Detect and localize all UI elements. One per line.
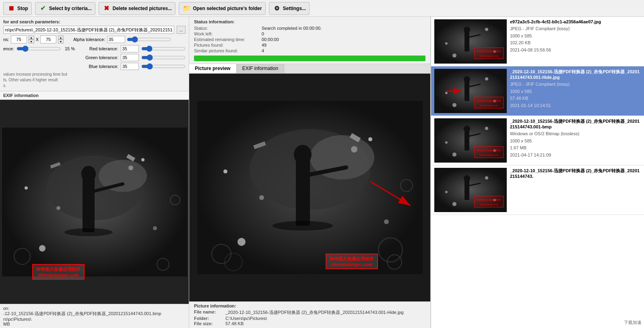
tolerance-slider[interactable] (17, 46, 61, 52)
select-icon: ✔ (39, 4, 47, 13)
svg-text:神奇图片批量处理软件: 神奇图片批量处理软件 (477, 100, 501, 102)
dims-label: ns: (3, 37, 9, 42)
status-key-status: Status: (194, 26, 258, 31)
watermark-line1: 神奇图片批量处理软件 (36, 266, 80, 272)
left-fileinfo-line4: MB (3, 322, 186, 326)
result-filename: _2020-12-10_152156-迅捷PDF转换器 (2)_赤兔PDF转换器… (510, 118, 641, 129)
alpha-slider[interactable] (127, 37, 171, 42)
path-input[interactable] (3, 26, 174, 34)
dim-x-down[interactable]: ▼ (29, 39, 34, 43)
left-image-container: 神奇图片批量处理软件 shenqixiangsc.com (0, 100, 189, 304)
stop-button[interactable]: ⏹ Stop (3, 2, 32, 15)
dim-y-down[interactable]: ▼ (58, 39, 64, 43)
blue-slider[interactable] (141, 64, 186, 69)
open-folder-button[interactable]: 📁 Open selected picture's folder (179, 2, 266, 15)
svg-point-80 (445, 191, 448, 193)
tolerance-row: ence: 15 % Red tolerance: (3, 45, 186, 52)
dim-x-spinner[interactable]: ▲ ▼ (29, 35, 34, 43)
red-slider[interactable] (141, 46, 186, 52)
svg-point-77 (464, 175, 470, 182)
result-info: _2020-12-10_152156-迅捷PDF转换器 (2)_赤兔PDF转换器… (510, 168, 641, 212)
svg-rect-76 (464, 180, 469, 200)
svg-point-47 (452, 54, 456, 58)
status-panel: Status information: Status: Search compl… (189, 17, 430, 64)
results-panel: 神奇图片批量处理软件shenqixiangsc.come972a3c5-2cfb… (431, 17, 644, 328)
svg-point-58 (452, 103, 456, 107)
center-tabs: Picture preview EXIF information (189, 64, 430, 74)
svg-point-32 (272, 221, 333, 231)
svg-point-27 (237, 238, 246, 246)
size-label: File size: (194, 321, 222, 326)
dim-x-up[interactable]: ▲ (29, 35, 34, 39)
search-params-title: for and search parameters: (3, 19, 186, 24)
svg-point-68 (485, 127, 488, 130)
settings-icon: ⚙ (272, 4, 281, 13)
dim-y-up[interactable]: ▲ (58, 35, 64, 39)
svg-point-82 (452, 202, 456, 206)
center-image-container: 神奇图片批量处理软件 shenqixiangsc.com (189, 74, 430, 301)
dim-x-input[interactable] (11, 35, 27, 43)
result-item[interactable]: 神奇图片批量处理软件shenqixiangsc.com_2020-12-10_1… (431, 116, 644, 165)
tab-preview[interactable]: Picture preview (189, 64, 237, 73)
delete-selected-button[interactable]: ✖ Delete selected pictures... (99, 2, 175, 15)
toolbar: ⏹ Stop ✔ Select by criteria... ✖ Delete … (0, 0, 644, 17)
result-filename: _2020-12-10_152156-迅捷PDF转换器 (2)_赤兔PDF转换器… (510, 69, 641, 80)
result-info: _2020-12-10_152156-迅捷PDF转换器 (2)_赤兔PDF转换器… (510, 118, 641, 163)
exif-section: EXIF information (0, 91, 189, 100)
svg-text:shenqixiangsc.com: shenqixiangsc.com (480, 203, 499, 206)
status-val-status: Search completed in 00:00:00. (262, 26, 322, 31)
result-filename: _2020-12-10_152156-迅捷PDF转换器 (2)_赤兔PDF转换器… (510, 168, 641, 179)
red-input[interactable] (121, 45, 139, 52)
status-key-similar: Similar pictures found: (194, 48, 258, 53)
fileinfo-row-folder: Folder: C:\Users\pc\Pictures\ (194, 316, 425, 321)
svg-rect-65 (464, 130, 469, 151)
result-item[interactable]: 神奇图片批量处理软件shenqixiangsc.com_2020-12-10_1… (431, 165, 644, 215)
svg-point-10 (153, 226, 157, 230)
status-row-found: Pictures found: 49 (194, 43, 425, 47)
center-wm-line1: 神奇图片批量处理软件 (330, 256, 374, 262)
svg-point-25 (368, 137, 372, 141)
svg-point-44 (485, 28, 488, 31)
svg-point-26 (259, 195, 264, 200)
result-detail: JPEG - JFIF Compliant (lossy)1000 x 5851… (510, 25, 641, 54)
status-key-found: Pictures found: (194, 43, 258, 47)
dim-y-spinner[interactable]: ▲ ▼ (58, 35, 64, 43)
status-val-work: 0 (262, 31, 264, 36)
svg-point-66 (464, 126, 470, 132)
svg-point-45 (445, 42, 448, 45)
select-criteria-button[interactable]: ✔ Select by criteria... (35, 2, 95, 15)
result-item[interactable]: 神奇图片批量处理软件shenqixiangsc.come972a3c5-2cfb… (431, 17, 644, 66)
status-title: Status information: (194, 19, 425, 24)
blue-label: Blue tolerance: (89, 64, 118, 69)
center-fileinfo: Picture information: File name: _2020-12… (189, 301, 430, 328)
left-fileinfo-line3: rs\pc\Pictures\ (3, 317, 186, 322)
alpha-input[interactable] (107, 36, 125, 43)
dim-y-input[interactable] (40, 35, 56, 43)
green-slider[interactable] (141, 55, 186, 60)
stop-label: Stop (17, 6, 28, 11)
svg-point-6 (128, 165, 133, 170)
svg-rect-21 (296, 157, 310, 226)
status-key-remaining: Estimated remaining time: (194, 37, 258, 42)
progress-bar (194, 56, 425, 61)
green-input[interactable] (121, 54, 139, 61)
svg-point-9 (39, 245, 45, 252)
result-item[interactable]: 神奇图片批量处理软件shenqixiangsc.com_2020-12-10_1… (431, 66, 644, 116)
left-preview-image (2, 128, 187, 276)
tab-exif[interactable]: EXIF information (237, 64, 284, 73)
blue-input[interactable] (121, 63, 139, 70)
delete-icon: ✖ (102, 4, 111, 13)
browse-button[interactable]: ... (177, 26, 186, 34)
svg-point-56 (445, 92, 448, 94)
svg-point-4 (81, 166, 96, 182)
result-info: e972a3c5-2cfb-4cf2-b0c1-a2356a46ae07.jpg… (510, 19, 641, 64)
filename-value: _2020-12-10_152156-迅捷PDF转换器 (2)_赤兔PDF转换器… (225, 309, 404, 316)
svg-rect-52 (464, 81, 469, 101)
status-val-remaining: 00:00:00 (262, 37, 279, 42)
settings-button[interactable]: ⚙ Settings... (269, 2, 310, 15)
svg-rect-41 (464, 31, 469, 52)
svg-text:神奇图片批量处理软件: 神奇图片批量处理软件 (477, 50, 501, 53)
svg-text:shenqixiangsc.com: shenqixiangsc.com (480, 104, 499, 107)
red-label: Red tolerance: (89, 46, 118, 51)
dim-x-label: X (36, 37, 39, 42)
